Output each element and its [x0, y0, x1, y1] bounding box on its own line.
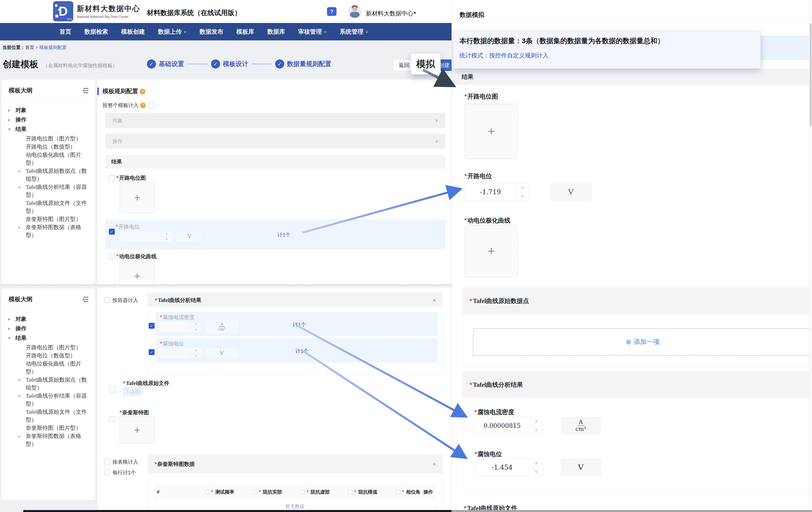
tree-caret-icon[interactable]	[19, 143, 26, 151]
nav-item[interactable]: 首页	[59, 28, 71, 36]
outline-item[interactable]: ▾ 结果	[8, 125, 91, 133]
tafel-file-upload-button[interactable]: ⇧上传	[123, 387, 143, 396]
step-up-icon[interactable]: ∧	[190, 348, 201, 353]
step-down-icon[interactable]: ∨	[530, 467, 543, 476]
outline-item[interactable]: ▸ 对象	[8, 315, 91, 323]
nav-item[interactable]: 模板创建	[121, 28, 145, 36]
step-down-icon[interactable]: ∨	[161, 237, 172, 242]
open-circuit-image-checkbox[interactable]	[109, 175, 115, 181]
outline-item[interactable]: 开路电位（数值型）	[19, 352, 91, 360]
tree-caret-icon[interactable]	[19, 360, 26, 376]
outline-item[interactable]: 开路电位图（图片型）	[19, 135, 91, 143]
outline-item[interactable]: 动电位极化曲线（图片型）	[19, 151, 91, 167]
outline-item[interactable]: ▸ Tafel曲线原始数据点（数组型）	[19, 376, 91, 392]
tafel-file-checkbox[interactable]	[109, 387, 115, 393]
chevron-up-icon[interactable]: ∧	[433, 461, 436, 467]
outline-item[interactable]: Tafel曲线原始文件（文件型）	[19, 408, 91, 424]
help-icon[interactable]: ?	[140, 103, 146, 108]
nav-item[interactable]: 数据检索	[84, 28, 108, 36]
whole-template-checkbox[interactable]	[148, 103, 154, 108]
nyquist-image-upload[interactable]: +	[120, 416, 155, 443]
corrosion-potential-checkbox[interactable]: ✓	[149, 349, 154, 355]
row-count-checkbox[interactable]	[104, 469, 110, 475]
operation-section-collapsed[interactable]: 操作∨	[105, 134, 445, 149]
step-up-icon[interactable]: ∧	[161, 231, 172, 237]
outline-item[interactable]: 开路电位图（图片型）	[19, 344, 91, 351]
polarization-curve-upload[interactable]: +	[120, 260, 155, 284]
sim-polarization-curve-upload[interactable]: +	[465, 225, 518, 277]
tree-caret-icon[interactable]: ▸	[19, 376, 26, 392]
tafel-analysis-header[interactable]: *Tafel曲线分析结果 ∧	[148, 293, 443, 307]
outline-item[interactable]: ▾ 结果	[8, 334, 91, 342]
step-up-icon[interactable]: ∧	[530, 459, 543, 467]
outline-item[interactable]: 开路电位（数值型）	[19, 143, 91, 151]
tree-caret-icon[interactable]: ▸	[19, 432, 26, 448]
horizontal-scrollbar[interactable]	[23, 510, 452, 512]
help-icon[interactable]: ?	[140, 89, 145, 94]
step-up-icon[interactable]: ∧	[190, 321, 201, 327]
tree-caret-icon[interactable]	[19, 135, 26, 143]
corrosion-potential-input[interactable]: ∧∨	[157, 348, 202, 359]
column-checkbox[interactable]	[205, 490, 210, 494]
column-checkbox[interactable]	[300, 490, 305, 494]
outline-item[interactable]: ▸ Tafel曲线原始数据点（数组型）	[19, 167, 91, 183]
open-circuit-image-upload[interactable]: +	[120, 182, 155, 213]
outline-item[interactable]: ▸ 操作	[8, 116, 91, 124]
tree-caret-icon[interactable]: ▸	[19, 183, 26, 199]
simulate-button[interactable]: 模拟	[411, 54, 441, 75]
step-up-icon[interactable]: ∧	[516, 183, 529, 192]
outline-item[interactable]: ▸ 操作	[8, 325, 91, 332]
sim-open-circuit-potential-input[interactable]: -1.719 ∧∨	[465, 183, 529, 200]
collapse-outline-icon[interactable]	[82, 297, 89, 302]
tree-caret-icon[interactable]: ▸	[8, 315, 16, 323]
corrosion-current-input[interactable]: ∧∨	[157, 321, 202, 332]
nav-item[interactable]: 数据上传 ∨	[158, 28, 186, 36]
tree-caret-icon[interactable]: ▸	[19, 223, 26, 239]
step-rules[interactable]: ✓ 数据量规则配置	[275, 59, 331, 69]
tree-caret-icon[interactable]: ▸	[19, 167, 26, 183]
tree-caret-icon[interactable]	[19, 215, 26, 223]
breadcrumb-home[interactable]: 首页	[25, 45, 34, 50]
user-caret-down-icon[interactable]: ▼	[413, 11, 417, 15]
tree-caret-icon[interactable]	[19, 344, 26, 351]
outline-item[interactable]: ▸ 奈奎斯特图数据（表格型）	[19, 432, 91, 448]
tree-caret-icon[interactable]: ▸	[19, 392, 26, 408]
sim-open-circuit-image-upload[interactable]: +	[465, 104, 518, 159]
outline-item[interactable]: 奈奎斯特图（图片型）	[19, 424, 91, 432]
corrosion-current-checkbox[interactable]: ✓	[149, 323, 154, 329]
container-count-checkbox[interactable]	[104, 297, 110, 303]
chevron-up-icon[interactable]: ∧	[433, 298, 436, 303]
step-down-icon[interactable]: ∨	[190, 353, 201, 359]
add-item-button[interactable]: ⊕ 添加一项	[473, 328, 812, 355]
outline-item[interactable]: 奈奎斯特图（图片型）	[19, 215, 91, 223]
tree-caret-icon[interactable]: ▸	[8, 116, 16, 124]
tree-caret-icon[interactable]	[19, 151, 26, 167]
open-circuit-potential-checkbox[interactable]: ✓	[109, 228, 115, 235]
step-basic[interactable]: ✓ 基础设置	[147, 59, 184, 69]
outline-item[interactable]: 动电位极化曲线（图片型）	[19, 360, 91, 376]
nav-item[interactable]: 模板库	[236, 28, 254, 36]
sim-corrosion-current-input[interactable]: 0.00000815 ∧∨	[474, 417, 543, 434]
nav-item[interactable]: 数据库	[267, 28, 285, 36]
object-section-collapsed[interactable]: 对象∨	[105, 113, 445, 128]
column-checkbox[interactable]	[253, 490, 257, 494]
avatar[interactable]	[348, 4, 361, 18]
user-menu[interactable]: 新材料大数据中心	[366, 9, 413, 18]
scrollbar-thumb[interactable]	[810, 23, 812, 127]
tree-caret-icon[interactable]: ▾	[8, 125, 16, 133]
polarization-curve-checkbox[interactable]	[109, 253, 115, 260]
collapse-outline-icon[interactable]	[82, 88, 89, 93]
nyquist-image-checkbox[interactable]	[109, 416, 115, 423]
nav-item[interactable]: 审核管理 ∨	[298, 28, 327, 36]
step-down-icon[interactable]: ∨	[516, 192, 529, 200]
tree-caret-icon[interactable]: ▸	[8, 325, 16, 332]
tree-caret-icon[interactable]: ▸	[8, 106, 16, 114]
tree-caret-icon[interactable]	[19, 352, 26, 360]
step-down-icon[interactable]: ∨	[190, 327, 201, 332]
help-icon[interactable]: ?	[327, 7, 337, 16]
outline-item[interactable]: ▸ 对象	[8, 106, 91, 114]
outline-item[interactable]: ▸ 奈奎斯特图数据（表格型）	[19, 223, 91, 239]
sim-corrosion-potential-input[interactable]: -1.454 ∧∨	[474, 459, 543, 476]
step-design[interactable]: ✓ 模板设计	[211, 59, 248, 69]
step-up-icon[interactable]: ∧	[530, 417, 543, 426]
